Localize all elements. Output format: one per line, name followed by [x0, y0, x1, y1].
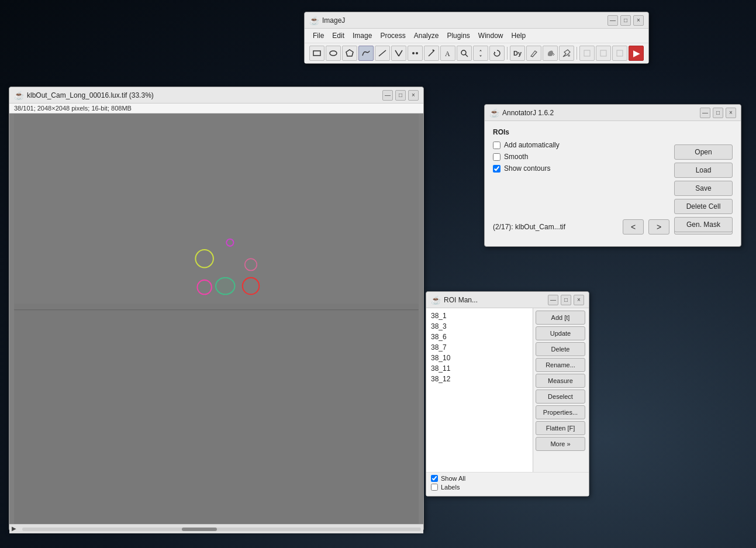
image-title: klbOut_Cam_Long_00016.lux.tif (33.3%): [27, 91, 382, 99]
svg-point-1: [330, 51, 337, 56]
image-controls: — □ ×: [382, 90, 419, 101]
save-button[interactable]: Save: [674, 181, 733, 196]
roi-list-item-4[interactable]: 38_10: [429, 353, 530, 363]
svg-rect-17: [600, 50, 606, 56]
image-maximize-button[interactable]: □: [395, 90, 406, 101]
roi-more-button[interactable]: More »: [536, 437, 585, 451]
tool-wand[interactable]: [424, 46, 439, 61]
roi-delete-button[interactable]: Delete: [536, 342, 585, 356]
tool-extra-3[interactable]: [612, 46, 627, 61]
tool-freehand[interactable]: [358, 46, 374, 61]
menu-plugins[interactable]: Plugins: [443, 30, 473, 41]
roi-manager-minimize-button[interactable]: —: [548, 295, 558, 305]
svg-line-14: [531, 56, 533, 57]
menu-edit[interactable]: Edit: [329, 30, 348, 41]
toolbar-separator-2: [577, 47, 577, 60]
menu-file[interactable]: File: [309, 30, 327, 41]
show-contours-checkbox[interactable]: [493, 165, 500, 173]
tool-extra-1[interactable]: [579, 46, 595, 61]
roi-list[interactable]: 38_1 38_3 38_6 38_7 38_10 38_11 38_12: [426, 308, 533, 472]
scrollbar-track[interactable]: [22, 528, 421, 531]
svg-point-26: [216, 278, 235, 294]
image-info-text: 38/101; 2048×2048 pixels; 16-bit; 808MB: [14, 105, 132, 112]
tool-pencil[interactable]: [526, 46, 541, 61]
menu-analyze[interactable]: Analyze: [410, 30, 443, 41]
tool-arrow-right[interactable]: ▶: [629, 46, 644, 61]
show-all-checkbox[interactable]: [431, 475, 438, 482]
tool-scrolling[interactable]: [473, 46, 488, 61]
open-button[interactable]: Open: [674, 144, 733, 160]
roi-rename-button[interactable]: Rename...: [536, 358, 585, 372]
svg-rect-20: [14, 113, 419, 304]
image-minimize-button[interactable]: —: [382, 90, 393, 101]
imagej-close-button[interactable]: ×: [633, 15, 644, 26]
annotatorj-close-button[interactable]: ×: [726, 108, 736, 118]
roi-manager-titlebar: ☕ ROI Man... — □ ×: [426, 292, 589, 308]
roi-manager-close-button[interactable]: ×: [574, 295, 584, 305]
image-icon: ☕: [14, 91, 23, 100]
roi-measure-button[interactable]: Measure: [536, 374, 585, 388]
roi-list-item-0[interactable]: 38_1: [429, 311, 530, 321]
roi-properties-button[interactable]: Properties...: [536, 405, 585, 419]
tool-dy[interactable]: Dy: [510, 46, 525, 61]
play-button[interactable]: ▶: [12, 525, 20, 533]
menu-process[interactable]: Process: [377, 30, 409, 41]
scrollbar-thumb[interactable]: [182, 528, 217, 531]
tool-angle[interactable]: [391, 46, 406, 61]
svg-point-7: [416, 52, 418, 54]
svg-line-5: [399, 50, 402, 56]
roi-flatten-button[interactable]: Flatten [F]: [536, 421, 585, 435]
labels-checkbox[interactable]: [431, 484, 438, 491]
svg-rect-21: [14, 304, 419, 524]
tool-extra-2[interactable]: [596, 46, 611, 61]
svg-rect-18: [617, 50, 623, 56]
roi-update-button[interactable]: Update: [536, 326, 585, 340]
labels-label: Labels: [441, 484, 460, 491]
roi-list-item-1[interactable]: 38_3: [429, 321, 530, 332]
roi-list-item-5[interactable]: 38_11: [429, 363, 530, 374]
roi-add-button[interactable]: Add [t]: [536, 311, 585, 325]
roi-manager-maximize-button[interactable]: □: [561, 295, 571, 305]
imagej-minimize-button[interactable]: —: [607, 15, 618, 26]
tool-color-picker[interactable]: [559, 46, 574, 61]
smooth-checkbox[interactable]: [493, 153, 500, 161]
tool-line[interactable]: [375, 46, 390, 61]
gen-mask-button[interactable]: Gen. Mask: [674, 217, 733, 232]
annotatorj-minimize-button[interactable]: —: [700, 108, 710, 118]
annotatorj-buttons: Open Load Save Delete Cell Gen. Mask: [674, 144, 733, 232]
annotatorj-maximize-button[interactable]: □: [713, 108, 723, 118]
tool-rectangle[interactable]: [309, 46, 325, 61]
menu-image[interactable]: Image: [349, 30, 375, 41]
show-all-row: Show All: [429, 475, 586, 482]
image-info-bar: 38/101; 2048×2048 pixels; 16-bit; 808MB: [9, 104, 423, 113]
add-automatically-checkbox[interactable]: [493, 142, 500, 149]
roi-list-item-2[interactable]: 38_6: [429, 332, 530, 342]
svg-line-3: [379, 50, 386, 56]
load-button[interactable]: Load: [674, 163, 733, 178]
tool-oval[interactable]: [326, 46, 341, 61]
tool-text[interactable]: A: [440, 46, 455, 61]
imagej-maximize-button[interactable]: □: [620, 15, 631, 26]
image-close-button[interactable]: ×: [408, 90, 419, 101]
annotatorj-icon: ☕: [489, 108, 499, 118]
prev-button[interactable]: <: [623, 219, 644, 235]
next-button[interactable]: >: [648, 219, 669, 235]
menu-help[interactable]: Help: [508, 30, 530, 41]
annotatorj-controls: — □ ×: [700, 108, 736, 118]
tool-point[interactable]: [408, 46, 423, 61]
roi-footer: Show All Labels: [426, 472, 589, 496]
tool-roi-rotate[interactable]: [489, 46, 505, 61]
roi-list-item-6[interactable]: 38_12: [429, 374, 530, 384]
add-automatically-label: Add automatically: [504, 141, 560, 149]
delete-cell-button[interactable]: Delete Cell: [674, 199, 733, 214]
tool-fill[interactable]: [543, 46, 558, 61]
annotatorj-title: AnnotatorJ 1.6.2: [502, 109, 700, 117]
annotatorj-titlebar: ☕ AnnotatorJ 1.6.2 — □ ×: [485, 105, 741, 121]
tool-magnifier[interactable]: [457, 46, 472, 61]
image-canvas[interactable]: [9, 113, 423, 524]
tool-polygon[interactable]: [342, 46, 357, 61]
roi-manager-window: ☕ ROI Man... — □ × 38_1 38_3 38_6 38_7 3…: [426, 291, 589, 497]
roi-deselect-button[interactable]: Deselect: [536, 390, 585, 404]
roi-list-item-3[interactable]: 38_7: [429, 342, 530, 353]
menu-window[interactable]: Window: [475, 30, 507, 41]
